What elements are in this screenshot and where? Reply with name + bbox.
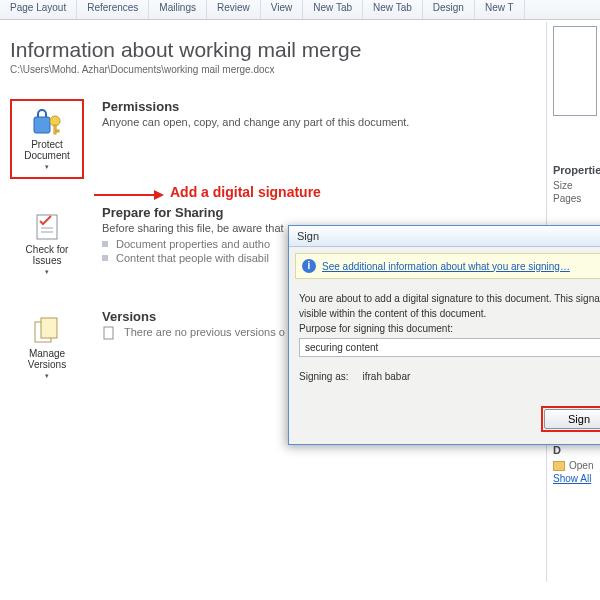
permissions-text: Anyone can open, copy, and change any pa…: [102, 116, 409, 128]
bullet-2: Content that people with disabil: [102, 252, 284, 264]
sign-button-highlight: Sign: [541, 406, 600, 432]
tab-references[interactable]: References: [77, 0, 149, 19]
prepare-text: Before sharing this file, be aware that: [102, 222, 284, 234]
annotation-arrow-icon: [94, 188, 164, 202]
checklist-icon: [31, 212, 63, 242]
show-all-properties[interactable]: Show All: [553, 473, 600, 484]
svg-rect-3: [56, 130, 59, 132]
protect-label: Protect Document: [14, 139, 80, 161]
purpose-input[interactable]: securing content: [299, 338, 600, 357]
tab-mailings[interactable]: Mailings: [149, 0, 207, 19]
dialog-title: Sign: [289, 226, 600, 247]
chevron-down-icon: ▾: [45, 163, 49, 171]
folder-icon: [553, 461, 565, 471]
lock-key-icon: [31, 107, 63, 137]
versions-icon: [31, 316, 63, 346]
chevron-down-icon: ▾: [45, 372, 49, 380]
tab-new-2[interactable]: New Tab: [363, 0, 423, 19]
sign-button[interactable]: Sign: [544, 409, 600, 429]
manage-versions-button[interactable]: Manage Versions ▾: [10, 309, 84, 387]
info-icon: i: [302, 259, 316, 273]
signing-as-value: ifrah babar: [362, 371, 410, 382]
properties-heading: Propertie: [553, 164, 600, 176]
svg-rect-0: [34, 117, 50, 133]
svg-marker-11: [154, 190, 164, 200]
protect-document-button[interactable]: Protect Document ▾: [10, 99, 84, 179]
tab-design[interactable]: Design: [423, 0, 475, 19]
tab-review[interactable]: Review: [207, 0, 261, 19]
svg-rect-8: [41, 318, 57, 338]
versions-heading: Versions: [102, 309, 285, 324]
info-link[interactable]: See additional information about what yo…: [322, 261, 570, 272]
ribbon-tabs: Page Layout References Mailings Review V…: [0, 0, 600, 20]
doc-thumbnail: [553, 26, 597, 116]
open-file-location[interactable]: Open: [553, 460, 600, 471]
tab-page-layout[interactable]: Page Layout: [0, 0, 77, 19]
versions-text: There are no previous versions o: [102, 326, 285, 340]
dialog-body-2: visible within the content of this docum…: [299, 308, 600, 319]
file-path: C:\Users\Mohd. Azhar\Documents\working m…: [10, 64, 588, 75]
permissions-heading: Permissions: [102, 99, 409, 114]
check-for-issues-button[interactable]: Check for Issues ▾: [10, 205, 84, 283]
signing-as-label: Signing as:: [299, 371, 348, 382]
prop-size: Size: [553, 180, 600, 191]
annotation-callout: Add a digital signature: [170, 184, 321, 200]
tab-view[interactable]: View: [261, 0, 304, 19]
versions-label: Manage Versions: [13, 348, 81, 370]
prepare-heading: Prepare for Sharing: [102, 205, 284, 220]
tab-new-3[interactable]: New T: [475, 0, 525, 19]
dialog-body-1: You are about to add a digital signature…: [299, 293, 600, 304]
purpose-label: Purpose for signing this document:: [299, 323, 600, 334]
svg-rect-9: [104, 327, 113, 339]
doc-icon: [102, 326, 116, 340]
prop-pages: Pages: [553, 193, 600, 204]
dialog-info-bar: i See additional information about what …: [295, 253, 600, 279]
sign-dialog: Sign i See additional information about …: [288, 225, 600, 445]
bullet-1: Document properties and autho: [102, 238, 284, 250]
tab-new-1[interactable]: New Tab: [303, 0, 363, 19]
page-title: Information about working mail merge: [10, 38, 588, 62]
section-permissions: Protect Document ▾ Permissions Anyone ca…: [10, 99, 588, 179]
chevron-down-icon: ▾: [45, 268, 49, 276]
check-label: Check for Issues: [13, 244, 81, 266]
